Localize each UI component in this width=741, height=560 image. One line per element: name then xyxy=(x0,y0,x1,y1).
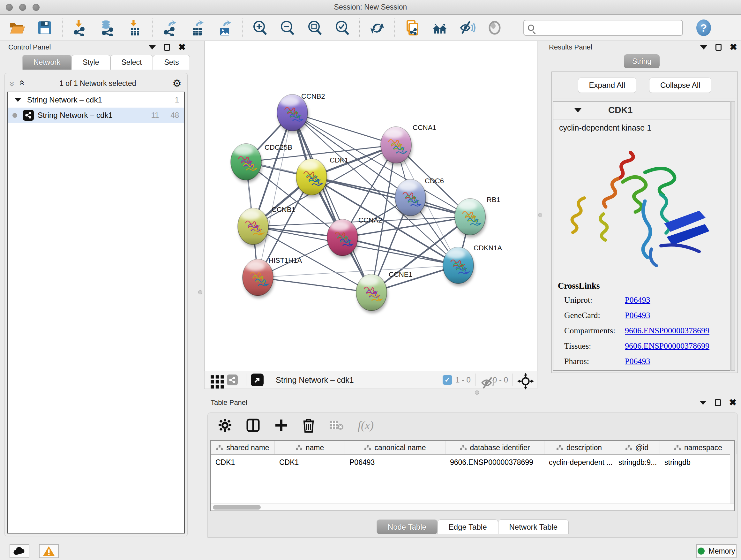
network-overview-share-icon[interactable] xyxy=(227,374,238,385)
export-network-icon[interactable] xyxy=(161,19,178,36)
zoom-in-icon[interactable] xyxy=(252,19,268,36)
control-panel-close-icon[interactable]: ✖ xyxy=(179,44,186,51)
network-edge[interactable] xyxy=(258,113,292,277)
network-node-ccna2[interactable]: CCNA2 xyxy=(327,216,382,258)
collapse-all-button[interactable]: Collapse All xyxy=(649,78,711,93)
save-session-icon[interactable] xyxy=(37,19,53,36)
table-horizontal-scrollbar[interactable] xyxy=(211,503,734,510)
crosslink-link[interactable]: 9606.ENSP00000378699 xyxy=(625,326,710,335)
zoom-fit-content-icon[interactable] xyxy=(307,19,323,36)
first-neighbors-icon[interactable] xyxy=(431,19,448,36)
selected-nodes-checkbox-icon[interactable]: ✓ xyxy=(443,375,452,385)
control-panel-collapse-icon[interactable] xyxy=(149,45,156,50)
network-collection-row[interactable]: String Network – cdk1 1 xyxy=(8,92,184,108)
zoom-selected-icon[interactable] xyxy=(334,19,350,36)
crosslink-label: Uniprot: xyxy=(558,295,625,305)
cloud-button[interactable] xyxy=(10,544,29,558)
network-node-cdc25b[interactable]: CDC25B xyxy=(231,143,292,183)
crosslink-link[interactable]: 9606.ENSP00000378699 xyxy=(625,341,710,351)
network-row[interactable]: String Network – cdk1 11 48 xyxy=(8,108,184,123)
delete-column-icon[interactable] xyxy=(302,418,315,433)
tab-style[interactable]: Style xyxy=(71,55,110,70)
network-node-ccne1[interactable]: CCNE1 xyxy=(356,270,413,313)
import-network-from-database-icon[interactable] xyxy=(99,19,116,36)
table-row[interactable]: CDK1CDK1P064939606.ENSP00000378699cyclin… xyxy=(211,455,734,470)
table-panel-collapse-icon[interactable] xyxy=(699,401,706,405)
network-edge[interactable] xyxy=(258,277,372,293)
results-panel-close-icon[interactable]: ✖ xyxy=(730,44,737,51)
pan-crosshair-icon[interactable] xyxy=(517,373,531,387)
crosslink-link[interactable]: P06493 xyxy=(625,295,650,305)
network-node-cdkn1a[interactable]: CDKN1A xyxy=(443,244,502,286)
export-image-icon[interactable] xyxy=(216,19,233,36)
add-column-icon[interactable] xyxy=(274,418,288,432)
open-in-new-window-icon[interactable] xyxy=(251,374,264,386)
search-input[interactable] xyxy=(537,23,671,32)
zoom-out-icon[interactable] xyxy=(279,19,295,36)
results-scrollbar[interactable] xyxy=(731,101,735,371)
tab-edge-table[interactable]: Edge Table xyxy=(437,519,498,534)
show-all-icon[interactable] xyxy=(486,19,503,36)
table-options-gear-icon[interactable] xyxy=(218,418,232,432)
import-network-from-file-icon[interactable] xyxy=(71,19,88,36)
scrollbar-thumb[interactable] xyxy=(213,505,261,509)
table-cell[interactable]: CDK1 xyxy=(211,455,275,470)
table-cell[interactable]: CDK1 xyxy=(275,455,345,470)
network-graph[interactable]: CCNB2CCNA1CDC25BCDK1CDC6RB1CCNB1CCNA2CDK… xyxy=(205,41,537,371)
expand-all-button[interactable]: Expand All xyxy=(578,78,636,93)
results-panel-collapse-icon[interactable] xyxy=(700,45,707,50)
network-node-hist1h1a[interactable]: HIST1H1A xyxy=(243,256,302,298)
tab-network-table[interactable]: Network Table xyxy=(498,519,569,534)
results-panel-float-icon[interactable] xyxy=(716,44,722,51)
table-vertical-scrollbar[interactable] xyxy=(730,441,734,503)
memory-button[interactable]: Memory xyxy=(696,544,737,558)
network-options-gear-icon[interactable]: ⚙ xyxy=(172,77,182,89)
table-panel-float-icon[interactable] xyxy=(715,399,721,406)
tab-string[interactable]: String xyxy=(624,54,660,68)
column-header-namespace[interactable]: namespace xyxy=(660,441,737,454)
birds-eye-grid-icon[interactable] xyxy=(209,374,222,386)
gene-section-expander-icon[interactable] xyxy=(575,108,582,112)
tab-select[interactable]: Select xyxy=(111,55,153,70)
import-table-from-file-icon[interactable] xyxy=(126,19,143,36)
column-header-description[interactable]: description xyxy=(544,441,614,454)
network-node-cdc6[interactable]: CDC6 xyxy=(395,177,444,219)
tab-sets[interactable]: Sets xyxy=(153,55,190,70)
show-columns-icon[interactable] xyxy=(246,418,260,432)
network-edge[interactable] xyxy=(342,238,458,265)
table-cell[interactable]: cyclin-dependent ... xyxy=(544,455,614,470)
table-cell[interactable]: stringdb:9... xyxy=(614,455,660,470)
table-cell[interactable]: stringdb xyxy=(660,455,737,470)
column-header-database-identifier[interactable]: database identifier xyxy=(446,441,544,454)
control-panel-float-icon[interactable] xyxy=(164,44,170,51)
open-session-icon[interactable] xyxy=(9,19,25,36)
export-table-icon[interactable] xyxy=(189,19,205,36)
table-panel-close-icon[interactable]: ✖ xyxy=(729,399,737,406)
hidden-elements-eye-icon xyxy=(480,374,493,385)
right-splitter-handle[interactable] xyxy=(538,213,542,217)
warning-button[interactable] xyxy=(39,544,59,558)
left-splitter-handle[interactable] xyxy=(198,290,202,294)
network-node-ccnb1[interactable]: CCNB1 xyxy=(238,206,295,247)
network-node-rb1[interactable]: RB1 xyxy=(455,196,500,238)
help-button[interactable]: ? xyxy=(696,19,711,36)
crosslink-link[interactable]: P06493 xyxy=(625,357,650,366)
crosslink-link[interactable]: P06493 xyxy=(625,311,650,320)
network-edge[interactable] xyxy=(292,113,372,293)
apply-preferred-layout-icon[interactable] xyxy=(369,19,386,36)
tab-node-table[interactable]: Node Table xyxy=(377,519,437,534)
tab-network[interactable]: Network xyxy=(22,55,71,70)
table-cell[interactable]: P06493 xyxy=(345,455,446,470)
hide-selected-icon[interactable] xyxy=(459,19,475,36)
column-header-name[interactable]: name xyxy=(275,441,345,454)
collection-expander-icon[interactable] xyxy=(15,98,21,102)
bottom-splitter-handle[interactable] xyxy=(475,390,479,395)
column-header-canonical-name[interactable]: canonical name xyxy=(345,441,446,454)
column-header-shared-name[interactable]: shared name xyxy=(211,441,275,454)
network-view-canvas[interactable]: CCNB2CCNA1CDC25BCDK1CDC6RB1CCNB1CCNA2CDK… xyxy=(204,41,537,371)
duplicate-network-icon[interactable] xyxy=(404,19,421,36)
column-header--id[interactable]: @id xyxy=(614,441,660,454)
network-node-ccna1[interactable]: CCNA1 xyxy=(381,124,436,166)
table-cell[interactable]: 9606.ENSP00000378699 xyxy=(446,455,544,470)
collapse-all-networks-icon[interactable]: » xyxy=(16,81,26,85)
